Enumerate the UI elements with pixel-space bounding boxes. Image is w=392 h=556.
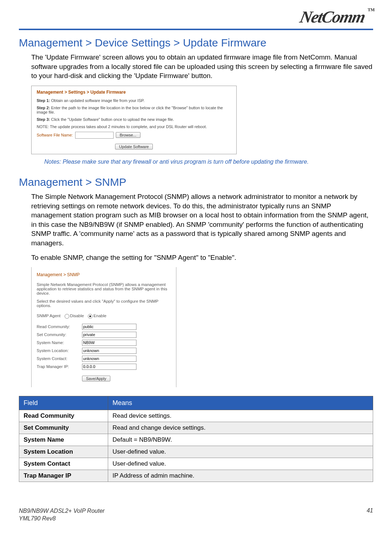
set-community-label: Set Community:: [37, 332, 82, 337]
snmp-agent-label: SNMP Agent: [37, 314, 61, 318]
system-location-input[interactable]: [82, 348, 136, 354]
browse-button[interactable]: Browse...: [116, 132, 140, 138]
th-means: Means: [108, 396, 373, 410]
snmp-shot-p2: Select the desired values and click "App…: [37, 299, 171, 308]
header-rule: [19, 29, 373, 30]
table-row: System ContactUser-defined value.: [19, 458, 373, 470]
system-contact-label: System Contact:: [37, 356, 82, 361]
screenshot2-breadcrumb: Management > SNMP: [37, 272, 171, 277]
update-note: NOTE: The update process takes about 2 m…: [37, 124, 231, 129]
radio-enable[interactable]: [88, 314, 93, 319]
table-row: Set CommunityRead and change device sett…: [19, 422, 373, 434]
radio-disable-label: Disable: [70, 314, 84, 318]
screenshot-update-firmware: Management > Settings > Update Firmware …: [31, 86, 237, 154]
save-apply-button[interactable]: Save/Apply: [82, 376, 110, 381]
screenshot-snmp: Management > SNMP Simple Network Managem…: [31, 267, 176, 387]
system-location-label: System Location:: [37, 348, 82, 353]
footer-doc-rev: YML790 Rev8: [19, 515, 105, 523]
file-name-label: Software File Name:: [37, 133, 73, 137]
table-row: Read CommunityRead device settings.: [19, 410, 373, 422]
brand-logo: NetCommTM: [298, 7, 375, 26]
system-name-label: System Name:: [37, 340, 82, 345]
trap-manager-label: Trap Manager IP:: [37, 364, 82, 369]
snmp-description-2: To enable SNMP, change the setting for "…: [19, 253, 373, 262]
trademark: TM: [368, 7, 375, 13]
read-community-input[interactable]: [82, 324, 136, 330]
read-community-label: Read Community:: [37, 324, 82, 329]
radio-enable-label: Enable: [93, 314, 106, 318]
table-row: System NameDefault = NB9/NB9W.: [19, 434, 373, 446]
system-contact-input[interactable]: [82, 356, 136, 362]
update-software-button[interactable]: Update Software: [115, 144, 153, 150]
brand-text: NetComm: [298, 8, 367, 26]
snmp-agent-row: SNMP Agent Disable Enable: [37, 314, 171, 318]
table-row: System LocationUser-defined value.: [19, 446, 373, 458]
firewall-note: Notes: Please make sure that any firewal…: [19, 159, 373, 165]
table-row: Trap Manager IPIP Address of admin machi…: [19, 470, 373, 482]
th-field: Field: [19, 396, 108, 410]
update-firmware-description: The 'Update Firmware' screen allows you …: [19, 53, 373, 81]
snmp-description-1: The Simple Network Management Protocol (…: [19, 192, 373, 248]
screenshot1-breadcrumb: Management > Settings > Update Firmware: [37, 90, 231, 95]
file-name-input[interactable]: [75, 132, 114, 139]
section-title-snmp: Management > SNMP: [19, 176, 373, 188]
snmp-shot-p1: Simple Network Management Protocol (SNMP…: [37, 282, 171, 295]
step-2: Step 2: Enter the path to the image file…: [37, 106, 231, 114]
step-3: Step 3: Click the "Update Software" butt…: [37, 117, 231, 122]
page-header: NetCommTM: [19, 7, 373, 29]
trap-manager-input[interactable]: [82, 364, 136, 370]
radio-disable[interactable]: [65, 314, 69, 319]
set-community-input[interactable]: [82, 332, 136, 338]
page-footer: NB9/NB9W ADSL2+ VoIP Router YML790 Rev8 …: [19, 507, 373, 523]
step-1: Step 1: Obtain an updated software image…: [37, 98, 231, 103]
system-name-input[interactable]: [82, 340, 136, 346]
snmp-field-table: Field Means Read CommunityRead device se…: [19, 396, 373, 482]
footer-page-number: 41: [367, 507, 373, 523]
section-title-update-firmware: Management > Device Settings > Update Fi…: [19, 37, 373, 49]
footer-product: NB9/NB9W ADSL2+ VoIP Router: [19, 507, 105, 515]
